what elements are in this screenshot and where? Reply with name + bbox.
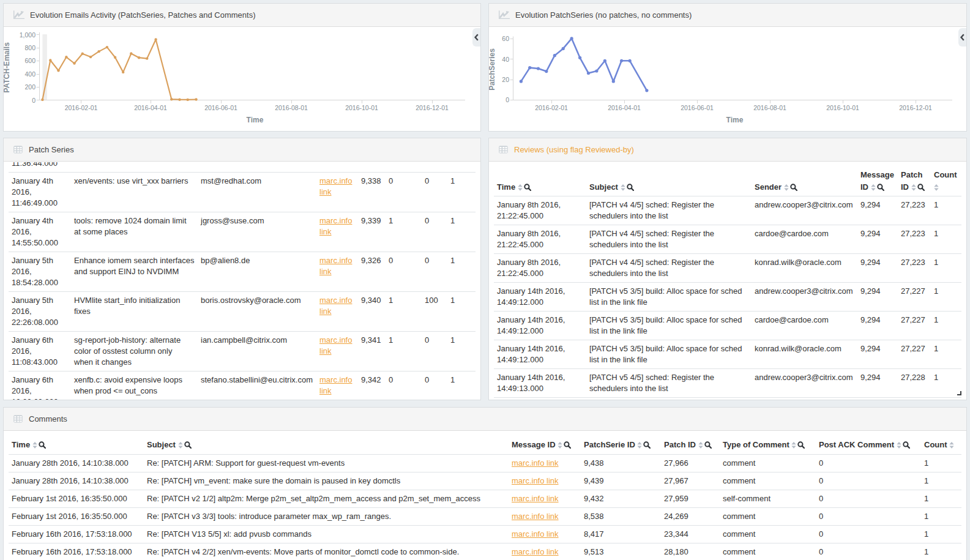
svg-text:20: 20 xyxy=(502,76,509,83)
svg-text:400: 400 xyxy=(24,70,35,78)
svg-text:2016-04-01: 2016-04-01 xyxy=(134,104,167,111)
svg-text:2016-10-01: 2016-10-01 xyxy=(826,104,859,111)
svg-text:2016-12-01: 2016-12-01 xyxy=(416,104,449,111)
svg-text:2016-02-01: 2016-02-01 xyxy=(65,104,98,111)
svg-text:800: 800 xyxy=(24,44,35,51)
svg-text:2016-06-01: 2016-06-01 xyxy=(681,104,714,111)
svg-text:60: 60 xyxy=(502,35,509,42)
svg-text:PATCH-Emails: PATCH-Emails xyxy=(4,42,11,93)
svg-text:2016-02-01: 2016-02-01 xyxy=(535,104,568,111)
svg-text:PatchSeries: PatchSeries xyxy=(489,48,496,91)
svg-text:600: 600 xyxy=(24,57,35,64)
svg-text:2016-08-01: 2016-08-01 xyxy=(753,104,786,111)
svg-text:2016-10-01: 2016-10-01 xyxy=(345,104,378,111)
svg-text:2016-12-01: 2016-12-01 xyxy=(899,104,932,111)
svg-text:0: 0 xyxy=(506,96,509,103)
svg-text:200: 200 xyxy=(24,83,35,91)
svg-text:Time: Time xyxy=(247,116,264,124)
svg-text:Time: Time xyxy=(726,116,744,124)
svg-text:2016-04-01: 2016-04-01 xyxy=(608,104,641,111)
svg-text:1,000: 1,000 xyxy=(20,31,35,39)
svg-text:0: 0 xyxy=(32,97,35,104)
svg-text:2016-08-01: 2016-08-01 xyxy=(275,104,308,111)
svg-text:40: 40 xyxy=(502,56,509,63)
svg-text:2016-06-01: 2016-06-01 xyxy=(204,104,237,111)
